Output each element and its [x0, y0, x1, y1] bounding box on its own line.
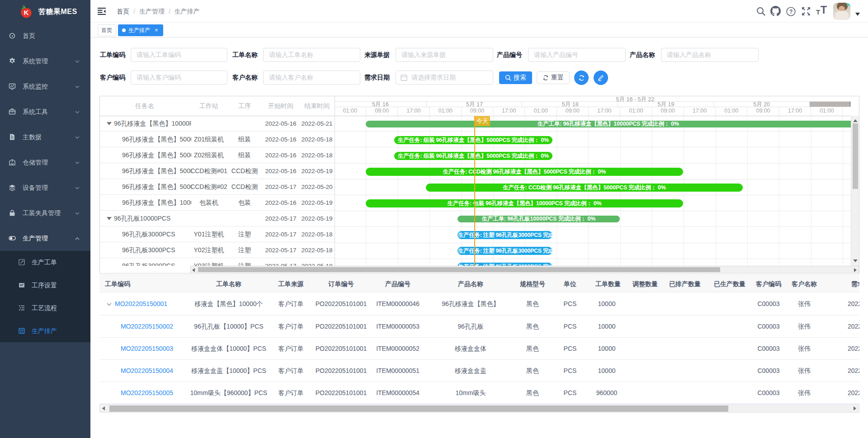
svg-text:K: K: [24, 9, 29, 16]
svg-text:?: ?: [789, 9, 793, 15]
